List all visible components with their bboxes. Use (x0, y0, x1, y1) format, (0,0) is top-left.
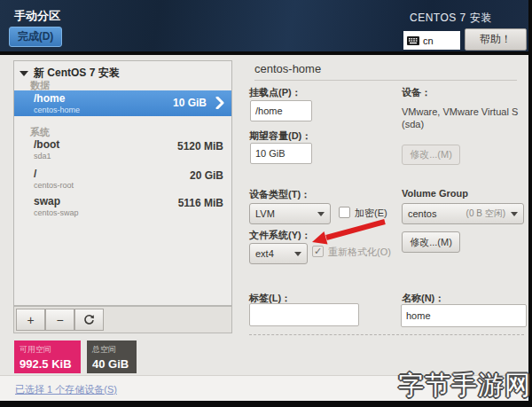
partition-size: 20 GiB (190, 169, 223, 182)
done-button[interactable]: 完成(D) (9, 27, 62, 47)
total-space-label: 总空间 (92, 344, 131, 356)
name-label: 名称(N)： (402, 292, 444, 305)
file-system-value: ext4 (255, 248, 274, 259)
help-button[interactable]: 帮助！ (465, 28, 527, 51)
name-input[interactable] (401, 304, 527, 327)
divider (254, 80, 517, 81)
desired-capacity-input[interactable] (250, 143, 312, 164)
page-title: 手动分区 (14, 8, 60, 24)
chevron-right-icon (215, 97, 224, 109)
available-space-label: 可用空间 (20, 344, 75, 356)
total-space-box: 总空间 40 GiB (87, 340, 137, 373)
mount-point-input[interactable] (250, 100, 312, 121)
volume-group-dropdown[interactable]: centos (0 B 空闲) (402, 203, 524, 224)
remove-partition-button[interactable]: − (45, 309, 74, 331)
storage-devices-link[interactable]: 已选择 1 个存储设备(S) (15, 383, 117, 396)
file-system-label: 文件系统(Y)： (249, 229, 311, 242)
mount-point: /boot (34, 138, 59, 151)
total-space-value: 40 GiB (92, 357, 131, 371)
add-partition-button[interactable]: + (16, 309, 45, 331)
encrypt-checkbox[interactable] (339, 207, 350, 218)
partition-toolbar: + − (13, 306, 232, 333)
device-type-label: 设备类型(T)： (249, 188, 310, 201)
chevron-down-icon (511, 212, 518, 216)
chevron-down-icon (317, 212, 325, 216)
reformat-label: 重新格式化(O) (328, 246, 391, 259)
partition-row-home[interactable]: /home centos-home 10 GiB (14, 90, 231, 116)
device-type-value: LVM (255, 208, 275, 219)
watermark: 字节手游网 (398, 368, 531, 403)
modify-volume-group-button[interactable]: 修改...(M) (402, 231, 460, 253)
device-name: sda1 (34, 152, 51, 160)
partition-size: 5120 MiB (177, 140, 223, 153)
device-name: centos-root (34, 181, 74, 190)
mount-point: /home (34, 92, 65, 105)
volume-group-free: (0 B 空闲) (466, 207, 505, 220)
modify-device-button[interactable]: 修改...(M) (402, 145, 460, 165)
reload-button[interactable] (74, 309, 104, 331)
available-space-box: 可用空间 992.5 KiB (14, 340, 81, 373)
volume-group-label: Volume Group (402, 188, 468, 199)
encrypt-label: 加密(E) (355, 207, 387, 220)
keyboard-layout-indicator[interactable]: cn (403, 31, 460, 50)
top-navbar: 手动分区 完成(D) CENTOS 7 安装 cn 帮助！ (0, 0, 528, 51)
device-name: centos-swap (34, 208, 79, 217)
selected-device-title: centos-home (254, 62, 321, 75)
refresh-icon (83, 314, 95, 325)
device-label: 设备： (402, 86, 431, 99)
mount-point: swap (34, 195, 60, 207)
file-system-dropdown[interactable]: ext4 (249, 243, 308, 264)
mount-point-label: 挂载点(P)： (249, 86, 301, 99)
device-type-dropdown[interactable]: LVM (249, 203, 331, 224)
reformat-checkbox[interactable]: ✓ (312, 246, 324, 257)
section-system-label: 系统 (30, 126, 50, 139)
keyboard-icon (407, 36, 419, 45)
chevron-down-icon (294, 252, 301, 256)
label-input[interactable] (249, 303, 359, 326)
mount-point: / (34, 168, 36, 180)
product-title: CENTOS 7 安装 (410, 11, 492, 26)
desired-capacity-label: 期望容量(D)： (249, 129, 311, 143)
partition-size: 5116 MiB (178, 197, 223, 209)
volume-group-value: centos (408, 208, 436, 219)
partition-size: 10 GiB (173, 97, 207, 109)
keyboard-layout-label: cn (423, 35, 434, 46)
available-space-value: 992.5 KiB (20, 357, 75, 371)
expander-triangle-icon (20, 71, 28, 76)
device-name: centos-home (34, 106, 80, 114)
partition-list: 新 CentOS 7 安装 数据 /home centos-home 10 Gi… (13, 60, 232, 306)
divider (249, 334, 524, 335)
installer-window: 手动分区 完成(D) CENTOS 7 安装 cn 帮助！ 新 CentOS 7… (0, 0, 532, 407)
device-value: VMware, VMware Virtual S (sda) (402, 106, 526, 130)
